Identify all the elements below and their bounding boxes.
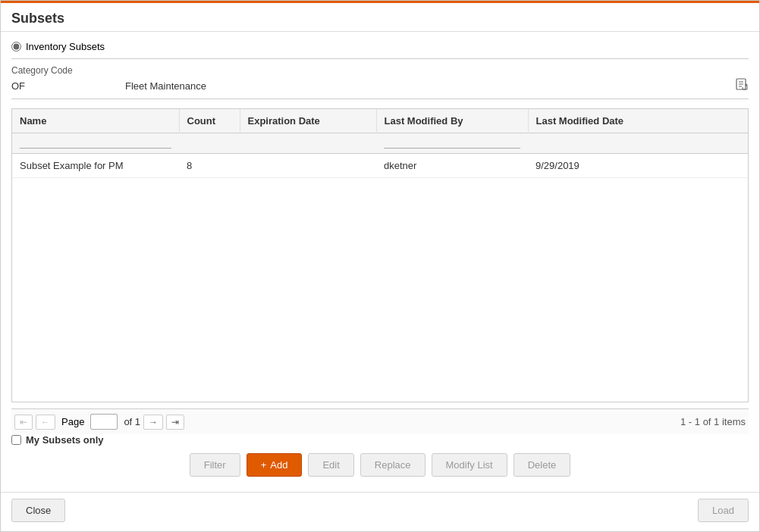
pager-items-summary: 1 - 1 of 1 items — [680, 416, 746, 427]
dialog-title-bar: Subsets — [1, 1, 759, 32]
col-header-modified-date: Last Modified Date — [528, 109, 748, 133]
radio-row: Inventory Subsets — [11, 41, 749, 59]
table-scroll: Subset Example for PM 8 dketner 9/29/201… — [12, 154, 748, 402]
category-row: OF Fleet Maintenance — [11, 77, 749, 99]
add-button-label: Add — [270, 459, 287, 471]
bottom-actions: Filter + Add Edit Replace Modify List De… — [11, 453, 749, 477]
close-button[interactable]: Close — [11, 499, 65, 522]
table-wrapper: Name Count Expiration Date Last Modified… — [11, 108, 749, 408]
filter-expiration-cell — [240, 133, 376, 154]
filter-modified-by-cell[interactable] — [376, 133, 528, 154]
cell-modified-by: dketner — [376, 154, 528, 178]
page-number-input[interactable]: 1 — [90, 414, 118, 430]
export-icon[interactable] — [735, 77, 749, 94]
filter-modified-by-input[interactable] — [384, 137, 520, 149]
pager-next-button[interactable]: → — [143, 415, 163, 430]
header-row: Name Count Expiration Date Last Modified… — [12, 109, 748, 133]
my-subsets-label: My Subsets only — [26, 434, 104, 446]
filter-name-cell[interactable] — [12, 133, 179, 154]
cell-name: Subset Example for PM — [12, 154, 179, 178]
page-label: Page — [61, 416, 84, 427]
footer-row: Close Load — [1, 492, 759, 531]
table-header: Name Count Expiration Date Last Modified… — [12, 109, 748, 154]
col-header-count: Count — [179, 109, 240, 133]
pager-first-button[interactable]: ⇤ — [14, 415, 33, 430]
dialog-body: Inventory Subsets Category Code OF Fleet… — [1, 32, 759, 492]
cell-modified-date: 9/29/2019 — [528, 154, 748, 178]
col-header-name: Name — [12, 109, 179, 133]
inventory-subsets-radio[interactable] — [11, 42, 21, 52]
edit-button[interactable]: Edit — [308, 453, 353, 477]
table-row[interactable]: Subset Example for PM 8 dketner 9/29/201… — [12, 154, 748, 178]
category-of-text: OF — [11, 80, 125, 92]
add-button[interactable]: + Add — [247, 453, 303, 477]
subsets-dialog: Subsets Inventory Subsets Category Code … — [0, 0, 760, 532]
modify-list-button[interactable]: Modify List — [432, 453, 507, 477]
dialog-title: Subsets — [11, 11, 64, 26]
category-value: Fleet Maintenance — [125, 80, 735, 92]
pager-of-label: of 1 — [124, 416, 140, 427]
filter-row — [12, 133, 748, 154]
table-container: Name Count Expiration Date Last Modified… — [11, 108, 749, 402]
col-header-expiration: Expiration Date — [240, 109, 376, 133]
delete-button[interactable]: Delete — [513, 453, 571, 477]
my-subsets-row: My Subsets only — [11, 434, 749, 446]
pager-last-button[interactable]: ⇥ — [166, 415, 184, 430]
load-button[interactable]: Load — [698, 499, 749, 522]
cell-expiration — [240, 154, 376, 178]
add-plus-icon: + — [261, 459, 267, 471]
filter-name-input[interactable] — [20, 137, 171, 149]
filter-button[interactable]: Filter — [190, 453, 240, 477]
inventory-subsets-label: Inventory Subsets — [26, 41, 105, 52]
category-block: Category Code OF Fleet Maintenance — [11, 65, 749, 105]
replace-button[interactable]: Replace — [360, 453, 426, 477]
my-subsets-checkbox[interactable] — [11, 435, 21, 445]
pager-prev-button[interactable]: ← — [36, 415, 55, 430]
pagination-row: ⇤ ← Page 1 of 1 → ⇥ 1 - 1 of 1 items — [11, 408, 749, 434]
cell-count: 8 — [179, 154, 240, 178]
table-body: Subset Example for PM 8 dketner 9/29/201… — [12, 154, 748, 178]
col-header-modified-by: Last Modified By — [376, 109, 528, 133]
filter-count-cell — [179, 133, 240, 154]
filter-modified-date-cell — [528, 133, 748, 154]
data-table-body: Subset Example for PM 8 dketner 9/29/201… — [12, 154, 748, 178]
data-table: Name Count Expiration Date Last Modified… — [12, 109, 748, 154]
category-code-label: Category Code — [11, 65, 749, 76]
pager-left: ⇤ ← Page 1 of 1 → ⇥ — [14, 414, 184, 430]
